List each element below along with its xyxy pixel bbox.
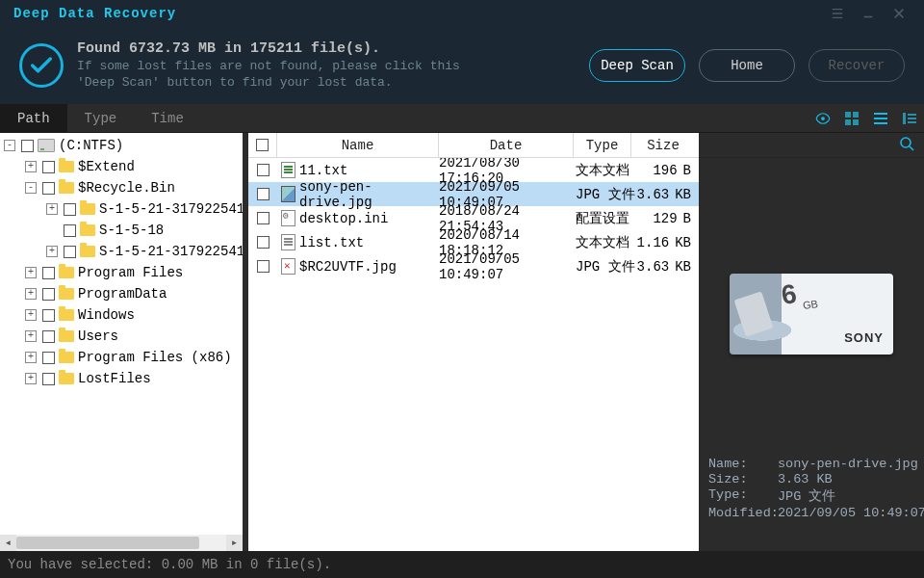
- file-name: $RC2UVTF.jpg: [299, 259, 397, 275]
- tree-checkbox[interactable]: [64, 203, 76, 216]
- file-name: 11.txt: [299, 163, 347, 178]
- file-list: Name Date Type Size 11.txt2021/08/30 17:…: [248, 133, 699, 551]
- expand-icon[interactable]: +: [25, 309, 37, 321]
- list-view-icon[interactable]: [866, 104, 895, 132]
- detail-view-icon[interactable]: [895, 104, 924, 132]
- tree-checkbox[interactable]: [42, 161, 55, 173]
- minimize-icon[interactable]: [853, 0, 884, 27]
- grid-view-icon[interactable]: [837, 104, 866, 132]
- column-date[interactable]: Date: [439, 133, 574, 157]
- meta-size-label: Size:: [708, 472, 778, 486]
- column-type[interactable]: Type: [574, 133, 631, 157]
- file-checkbox[interactable]: [257, 188, 270, 200]
- expand-icon[interactable]: +: [46, 246, 58, 257]
- folder-icon: [59, 161, 74, 172]
- scan-result-summary: Found 6732.73 MB in 175211 file(s).: [77, 40, 576, 57]
- collapse-icon[interactable]: -: [25, 182, 37, 194]
- expand-icon[interactable]: +: [25, 288, 37, 300]
- tree-node[interactable]: +Program Files (x86): [0, 347, 243, 368]
- scroll-left-icon[interactable]: ◄: [0, 535, 16, 551]
- status-text: You have selected: 0.00 MB in 0 file(s).: [8, 557, 331, 572]
- tree-node[interactable]: +Windows: [0, 304, 243, 326]
- expand-icon[interactable]: +: [25, 267, 37, 278]
- expand-icon[interactable]: +: [46, 203, 58, 215]
- meta-modified-value: 2021/09/05 10:49:07: [778, 506, 924, 520]
- menu-icon[interactable]: [822, 0, 853, 27]
- folder-icon: [59, 352, 74, 363]
- column-name[interactable]: Name: [277, 133, 439, 157]
- folder-icon: [80, 246, 95, 257]
- select-all-checkbox[interactable]: [248, 133, 277, 157]
- home-button[interactable]: Home: [699, 49, 795, 82]
- tree-label: (C:NTFS): [59, 138, 123, 153]
- tree-checkbox[interactable]: [64, 246, 76, 258]
- file-icon: [281, 258, 295, 275]
- file-size: 3.63KB: [631, 187, 695, 202]
- tree-checkbox[interactable]: [64, 224, 76, 237]
- tree-node[interactable]: +LostFiles: [0, 368, 243, 389]
- recover-button[interactable]: Recover: [808, 49, 905, 82]
- expand-placeholder: [46, 224, 58, 236]
- svg-rect-2: [853, 112, 859, 118]
- scan-hint: If some lost files are not found, please…: [77, 59, 576, 91]
- svg-rect-3: [845, 119, 851, 125]
- file-name: desktop.ini: [299, 211, 388, 226]
- file-checkbox[interactable]: [257, 236, 270, 249]
- tree-checkbox[interactable]: [42, 373, 55, 385]
- folder-icon: [59, 267, 74, 278]
- file-row[interactable]: $RC2UVTF.jpg2021/09/05 10:49:07JPG 文件3.6…: [248, 254, 699, 278]
- search-icon[interactable]: [899, 136, 914, 155]
- tree-node[interactable]: +ProgramData: [0, 283, 243, 304]
- expand-icon[interactable]: +: [25, 373, 37, 384]
- deep-scan-button[interactable]: Deep Scan: [589, 49, 685, 82]
- file-date: 2021/09/05 10:49:07: [439, 251, 574, 282]
- tree-node[interactable]: S-1-5-18: [0, 220, 243, 241]
- expand-icon[interactable]: +: [25, 161, 37, 172]
- file-checkbox[interactable]: [257, 260, 270, 273]
- tree-node[interactable]: +S-1-5-21-3179225416-36: [0, 241, 243, 262]
- preview-toggle-icon[interactable]: [808, 104, 837, 132]
- tree-checkbox[interactable]: [42, 352, 55, 364]
- tree-node[interactable]: +S-1-5-21-3179225416-36: [0, 198, 243, 220]
- tree-node[interactable]: +$Extend: [0, 156, 243, 177]
- scroll-thumb[interactable]: [16, 537, 199, 549]
- status-bar: You have selected: 0.00 MB in 0 file(s).: [0, 551, 924, 578]
- tree-node[interactable]: +Program Files: [0, 262, 243, 283]
- tab-time[interactable]: Time: [134, 104, 201, 132]
- expand-icon[interactable]: +: [25, 352, 37, 363]
- tree-checkbox[interactable]: [42, 330, 55, 343]
- file-checkbox[interactable]: [257, 164, 270, 176]
- tree-checkbox[interactable]: [21, 140, 34, 152]
- preview-panel: 6 GB SONY Name: sony-pen-drive.jpg Size:…: [699, 133, 924, 551]
- svg-rect-4: [853, 119, 859, 125]
- tree-label: Windows: [78, 307, 135, 323]
- tree-label: LostFiles: [78, 371, 151, 386]
- tree-checkbox[interactable]: [42, 288, 55, 301]
- svg-point-6: [901, 138, 911, 147]
- close-icon[interactable]: [884, 0, 914, 27]
- tree-checkbox[interactable]: [42, 267, 55, 279]
- tab-type[interactable]: Type: [67, 104, 135, 132]
- file-list-header: Name Date Type Size: [248, 133, 699, 158]
- tree-h-scrollbar[interactable]: ◄ ►: [0, 535, 243, 551]
- folder-icon: [59, 309, 74, 321]
- file-size: 129B: [631, 211, 695, 226]
- tree-label: Users: [78, 328, 118, 344]
- file-name: list.txt: [299, 235, 364, 250]
- file-size: 196B: [631, 163, 695, 178]
- tree-node[interactable]: -$Recycle.Bin: [0, 177, 243, 198]
- svg-point-0: [821, 117, 825, 120]
- file-checkbox[interactable]: [257, 212, 270, 224]
- scroll-right-icon[interactable]: ►: [226, 535, 243, 551]
- expand-icon[interactable]: +: [25, 330, 37, 342]
- tree-checkbox[interactable]: [42, 182, 55, 195]
- tree-node[interactable]: +Users: [0, 326, 243, 347]
- file-type: JPG 文件: [574, 258, 631, 276]
- column-size[interactable]: Size: [631, 133, 695, 157]
- tree-checkbox[interactable]: [42, 309, 55, 322]
- titlebar: Deep Data Recovery: [0, 0, 924, 27]
- tree-node[interactable]: -(C:NTFS): [0, 135, 243, 156]
- file-icon: [281, 234, 295, 250]
- tab-path[interactable]: Path: [0, 104, 67, 132]
- collapse-icon[interactable]: -: [4, 140, 15, 151]
